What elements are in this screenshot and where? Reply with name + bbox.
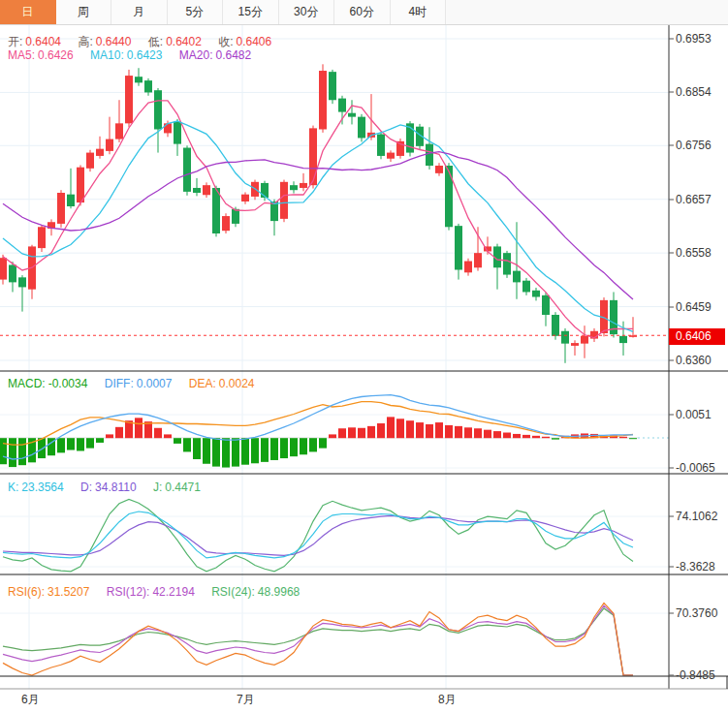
chart-area: 日 周 月 5分 15分 30分 60分 4时 开:0.6404 高:0.644… (0, 0, 728, 713)
candle-body-down (154, 90, 162, 129)
ma10-label: MA10: (90, 48, 124, 62)
macd-bar-positive (522, 435, 530, 438)
macd-bar-positive (106, 434, 113, 438)
candle-body-up (77, 168, 84, 202)
close-label: 收: (218, 35, 233, 48)
candle-body-down (455, 226, 462, 269)
macd-bar-negative (193, 438, 201, 459)
candle-body-up (86, 153, 94, 169)
rsi12-value: 42.2194 (152, 585, 194, 599)
macd-bar-negative (57, 438, 65, 452)
tab-day[interactable]: 日 (0, 0, 56, 24)
tab-60min[interactable]: 60分 (334, 0, 391, 24)
macd-bar-negative (319, 438, 327, 448)
j-label: J: (153, 480, 162, 494)
macd-bar-positive (387, 417, 395, 438)
last-price-badge: 0.6406 (669, 328, 725, 345)
candle-body-up (106, 140, 113, 151)
rsi12-label: RSI(12): (107, 585, 150, 599)
candle-body-up (474, 253, 482, 267)
tab-month[interactable]: 月 (111, 0, 168, 24)
price-axis-label: 0.6657 (676, 193, 712, 206)
tab-5min[interactable]: 5分 (168, 0, 224, 24)
candle-body-down (513, 271, 521, 283)
candle-body-down (532, 291, 540, 297)
candle-body-down (183, 148, 191, 192)
macd-bar-positive (426, 424, 433, 438)
macd-bar-positive (135, 418, 142, 438)
candle-body-down (232, 209, 239, 224)
candle-body-down (174, 122, 181, 144)
macd-bar-positive (358, 428, 365, 438)
tab-week[interactable]: 周 (56, 0, 112, 24)
kdj-axis-label: 74.1062 (676, 510, 717, 523)
macd-bar-negative (9, 438, 16, 467)
background (0, 0, 728, 713)
macd-bar-negative (241, 438, 249, 465)
candle-body-up (387, 153, 395, 159)
macd-bar-negative (174, 438, 181, 444)
d-value: 34.8110 (95, 480, 137, 494)
macd-bar-negative (280, 438, 288, 458)
rsi-axis-label: 70.3760 (676, 606, 717, 620)
candle-body-down (338, 99, 346, 112)
rsi6-value: 31.5207 (47, 585, 89, 599)
candle-body-down (18, 277, 26, 287)
candle-body-down (329, 72, 336, 100)
tab-30min[interactable]: 30分 (279, 0, 335, 24)
candle-body-down (135, 77, 142, 82)
macd-bar-negative (232, 438, 239, 466)
candle-body-up (319, 71, 327, 129)
dea-value: 0.0024 (219, 377, 255, 390)
macd-bar-positive (338, 428, 346, 438)
macd-bar-negative (67, 438, 75, 450)
candle-body-up (115, 123, 123, 139)
candle-body-down (358, 117, 365, 139)
macd-bar-positive (406, 420, 414, 438)
candle-body-down (9, 264, 16, 282)
candle-body-down (522, 281, 530, 293)
dea-label: DEA: (189, 377, 216, 390)
close-value: 0.6406 (237, 35, 272, 48)
macd-bar-positive (445, 425, 453, 438)
candle-body-down (144, 80, 152, 92)
macd-bar-positive (455, 426, 462, 438)
candle-body-up (222, 216, 230, 231)
ma20-value: 0.6482 (215, 48, 251, 62)
macd-bar-negative (629, 438, 637, 439)
macd-bar-positive (503, 433, 511, 439)
chart-canvas[interactable] (0, 0, 728, 713)
macd-bar-positive (619, 437, 627, 438)
ma20-label: MA20: (179, 48, 213, 62)
candle-body-up (96, 149, 104, 156)
high-label: 高: (78, 35, 92, 48)
rsi24-label: RSI(24): (211, 585, 255, 599)
candle-body-up (125, 76, 133, 123)
candle-body-down (348, 113, 356, 117)
tab-4hour[interactable]: 4时 (391, 0, 447, 24)
macd-bar-positive (164, 434, 172, 438)
rsi24-value: 48.9968 (258, 585, 300, 599)
rsi-header: RSI(6):31.5207 RSI(12):42.2194 RSI(24):4… (8, 585, 313, 599)
macd-bar-negative (270, 438, 278, 460)
candle-body-up (57, 193, 65, 224)
diff-label: DIFF: (105, 377, 134, 390)
macd-value: -0.0034 (48, 377, 88, 390)
macd-bar-positive (464, 427, 472, 438)
j-value: 0.4471 (165, 480, 201, 494)
k-label: K: (8, 480, 18, 494)
macd-bar-negative (290, 438, 298, 456)
candle-body-down (67, 195, 75, 206)
rsi6-label: RSI(6): (8, 585, 45, 599)
candle-body-down (377, 135, 385, 156)
macd-bar-negative (251, 438, 259, 463)
candle-body-down (193, 188, 201, 193)
month-label: 8月 (438, 692, 457, 708)
price-axis-label: 0.6558 (676, 246, 712, 260)
macd-bar-negative (0, 438, 7, 464)
macd-bar-positive (329, 434, 336, 438)
candle-body-down (619, 336, 627, 343)
kdj-axis-label: -8.3628 (676, 560, 715, 574)
macd-bar-negative (222, 438, 230, 467)
tab-15min[interactable]: 15分 (223, 0, 279, 24)
